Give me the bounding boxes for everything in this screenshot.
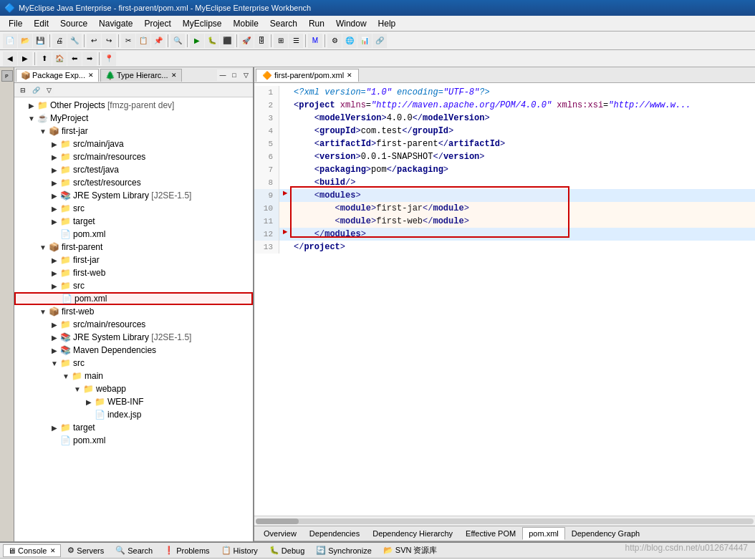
tree-jre-fw[interactable]: ▶ 📚 JRE System Library [J2SE-1.5] bbox=[14, 331, 253, 344]
expander-jre-fw[interactable]: ▶ bbox=[49, 334, 60, 342]
menu-source[interactable]: Source bbox=[54, 17, 93, 30]
btn-db[interactable]: 🗄 bbox=[254, 34, 269, 48]
tree-jre-first-jar[interactable]: ▶ 📚 JRE System Library [J2SE-1.5] bbox=[14, 189, 253, 202]
menu-project[interactable]: Project bbox=[138, 17, 176, 30]
code-line-7[interactable]: 7 <packaging>pom</packaging> bbox=[254, 163, 755, 176]
console-tab-debug[interactable]: 🐛 Debug bbox=[264, 544, 309, 557]
tree-pom-fw[interactable]: ▶ 📄 pom.xml bbox=[14, 434, 253, 447]
side-icon-1[interactable]: P bbox=[1, 70, 13, 82]
menu-mobile[interactable]: Mobile bbox=[227, 17, 264, 30]
menu-edit[interactable]: Edit bbox=[28, 17, 54, 30]
btn-copy[interactable]: 📋 bbox=[136, 34, 150, 48]
console-tab-close[interactable]: ✕ bbox=[50, 547, 56, 554]
expander-myproject[interactable]: ▼ bbox=[26, 115, 37, 122]
code-line-12[interactable]: 12 ► </modules> bbox=[254, 228, 755, 241]
btn-extra4[interactable]: 🔗 bbox=[372, 34, 387, 48]
btn-views[interactable]: ☰ bbox=[289, 34, 303, 48]
tab-package-explorer-close[interactable]: ✕ bbox=[88, 72, 94, 79]
tree-src-test-resources[interactable]: ▶ 📁 src/test/resources bbox=[14, 176, 253, 189]
btn-next-edit[interactable]: ➡ bbox=[82, 52, 97, 66]
view-menu-btn[interactable]: ▽ bbox=[43, 85, 54, 96]
btn-deploy[interactable]: 🚀 bbox=[239, 34, 254, 48]
expander-src-sub[interactable]: ▶ bbox=[49, 282, 60, 290]
left-panel-minimize[interactable]: — bbox=[217, 69, 229, 81]
tree-target-fw[interactable]: ▶ 📁 target bbox=[14, 421, 253, 434]
h-scroll-thumb[interactable] bbox=[256, 518, 299, 524]
tree-myproject[interactable]: ▼ ☕ MyProject bbox=[14, 112, 253, 125]
btn-maven[interactable]: M bbox=[308, 34, 322, 48]
left-panel-maximize[interactable]: □ bbox=[229, 69, 240, 81]
expander-target-first-jar[interactable]: ▶ bbox=[49, 218, 60, 226]
btn-cut[interactable]: ✂ bbox=[121, 34, 135, 48]
expander-first-web-sub[interactable]: ▶ bbox=[49, 269, 60, 277]
code-line-13[interactable]: 13 </project> bbox=[254, 241, 755, 254]
expander-src-fw[interactable]: ▼ bbox=[49, 359, 60, 367]
tab-type-hierarchy-close[interactable]: ✕ bbox=[171, 72, 177, 79]
expander-first-jar[interactable]: ▼ bbox=[37, 127, 49, 135]
bottom-tab-dep-graph[interactable]: Dependency Graph bbox=[565, 527, 646, 540]
menu-search[interactable]: Search bbox=[264, 17, 303, 30]
btn-debug[interactable]: 🐛 bbox=[205, 34, 219, 48]
code-line-8[interactable]: 8 <build/> bbox=[254, 176, 755, 189]
expander-webapp[interactable]: ▼ bbox=[72, 385, 83, 393]
link-editor-btn[interactable]: 🔗 bbox=[30, 85, 42, 96]
tree-first-jar[interactable]: ▼ 📦 first-jar bbox=[14, 125, 253, 137]
code-line-4[interactable]: 4 <groupId>com.test</groupId> bbox=[254, 125, 755, 137]
code-line-6[interactable]: 6 <version>0.0.1-SNAPSHOT</version> bbox=[254, 150, 755, 163]
tree-first-parent[interactable]: ▼ 📦 first-parent bbox=[14, 241, 253, 254]
expander-first-web-project[interactable]: ▼ bbox=[37, 308, 49, 316]
menu-navigate[interactable]: Navigate bbox=[93, 17, 138, 30]
btn-home[interactable]: 🏠 bbox=[52, 52, 67, 66]
code-editor[interactable]: 1 <?xml version="1.0" encoding="UTF-8"?>… bbox=[254, 83, 755, 516]
code-line-9[interactable]: 9 ► <modules> bbox=[254, 189, 755, 202]
bottom-tab-dep-hierarchy[interactable]: Dependency Hierarchy bbox=[366, 527, 459, 540]
expander-jre-first-jar[interactable]: ▶ bbox=[49, 192, 60, 200]
editor-tab-pom-close[interactable]: ✕ bbox=[347, 72, 352, 79]
expander-main[interactable]: ▼ bbox=[60, 372, 72, 380]
console-tab-servers[interactable]: ⚙ Servers bbox=[62, 544, 109, 557]
btn-perspective[interactable]: ⊞ bbox=[274, 34, 288, 48]
btn-open[interactable]: 📂 bbox=[18, 34, 32, 48]
code-line-10[interactable]: 10 <module>first-jar</module> bbox=[254, 202, 755, 215]
tree-src-main-java[interactable]: ▶ 📁 src/main/java bbox=[14, 137, 253, 150]
expander-src-test-java[interactable]: ▶ bbox=[49, 166, 60, 174]
btn-prev-edit[interactable]: ⬅ bbox=[67, 52, 82, 66]
btn-last-edit[interactable]: 📍 bbox=[102, 52, 116, 66]
menu-run[interactable]: Run bbox=[303, 17, 330, 30]
btn-new[interactable]: 📄 bbox=[3, 34, 17, 48]
expander-other-projects[interactable]: ▶ bbox=[26, 102, 37, 110]
h-scroll-track[interactable] bbox=[256, 518, 754, 524]
btn-paste[interactable]: 📌 bbox=[151, 34, 165, 48]
editor-tab-pom[interactable]: 🔶 first-parent/pom.xml ✕ bbox=[256, 69, 359, 82]
tree-src-main-resources-fw[interactable]: ▶ 📁 src/main/resources bbox=[14, 318, 253, 331]
tab-package-explorer[interactable]: 📦 Package Exp... ✕ bbox=[16, 69, 99, 82]
code-line-1[interactable]: 1 <?xml version="1.0" encoding="UTF-8"?> bbox=[254, 86, 755, 99]
console-tab-problems[interactable]: ❗ Problems bbox=[159, 544, 214, 557]
expander-first-jar-sub[interactable]: ▶ bbox=[49, 256, 60, 264]
tree-pom-first-parent[interactable]: ▶ 📄 pom.xml bbox=[14, 292, 253, 305]
btn-save[interactable]: 💾 bbox=[33, 34, 47, 48]
tree-src-main-resources[interactable]: ▶ 📁 src/main/resources bbox=[14, 150, 253, 163]
tree-view[interactable]: ▶ 📁 Other Projects [fmzg-parent dev] ▼ ☕… bbox=[14, 97, 253, 541]
tab-type-hierarchy[interactable]: 🌲 Type Hierarc... ✕ bbox=[100, 69, 182, 82]
tree-first-web-project[interactable]: ▼ 📦 first-web bbox=[14, 305, 253, 318]
expander-maven-deps[interactable]: ▶ bbox=[49, 347, 60, 354]
h-scroll[interactable] bbox=[254, 516, 755, 526]
btn-stop[interactable]: ⬛ bbox=[220, 34, 234, 48]
expander-src-main-java[interactable]: ▶ bbox=[49, 140, 60, 148]
code-line-5[interactable]: 5 <artifactId>first-parent</artifactId> bbox=[254, 137, 755, 150]
btn-extra3[interactable]: 📊 bbox=[357, 34, 372, 48]
expander-target-fw[interactable]: ▶ bbox=[49, 424, 60, 432]
btn-print[interactable]: 🖨 bbox=[52, 34, 67, 48]
expander-first-parent[interactable]: ▼ bbox=[37, 243, 49, 251]
expander-src-first-jar[interactable]: ▶ bbox=[49, 205, 60, 213]
console-tab-history[interactable]: 📋 History bbox=[216, 544, 263, 557]
menu-window[interactable]: Window bbox=[330, 17, 372, 30]
tree-src-fw[interactable]: ▼ 📁 src bbox=[14, 357, 253, 370]
expander-src-main-resources[interactable]: ▶ bbox=[49, 153, 60, 161]
btn-run[interactable]: ▶ bbox=[190, 34, 204, 48]
tree-first-web-sub[interactable]: ▶ 📁 first-web bbox=[14, 266, 253, 279]
console-tab-synchronize[interactable]: 🔄 Synchronize bbox=[311, 544, 377, 557]
tree-webapp[interactable]: ▼ 📁 webapp bbox=[14, 382, 253, 395]
btn-undo[interactable]: ↩ bbox=[87, 34, 101, 48]
